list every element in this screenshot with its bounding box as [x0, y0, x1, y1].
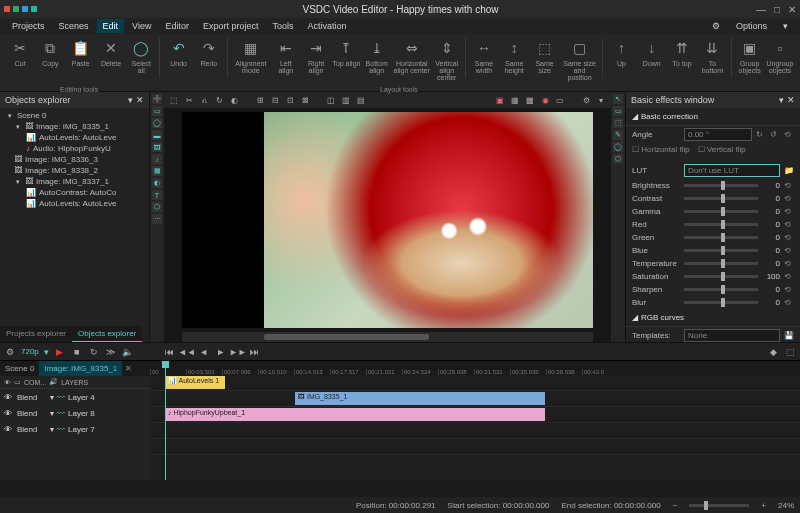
topbar-icon[interactable]: ⊠	[299, 94, 311, 106]
tree-item[interactable]: 📊AutoLevels: AutoLeve	[2, 132, 147, 143]
stop-button[interactable]: ■	[71, 346, 83, 358]
bottom-align-button[interactable]: ⤓Bottom align	[363, 38, 391, 74]
hcenter-align-button[interactable]: ⇔Horizontal align center	[393, 38, 431, 74]
tree-scene[interactable]: ▾Scene 0	[2, 110, 147, 121]
menu-view[interactable]: View	[126, 19, 157, 33]
top-align-button[interactable]: ⤒Top align	[332, 38, 360, 67]
clip-audio[interactable]: ♪ HiphopFunkyUpbeat_1	[165, 408, 545, 421]
lut-select[interactable]: Don't use LUT	[684, 164, 780, 177]
menu-edit[interactable]: Edit	[97, 19, 125, 33]
vcenter-align-button[interactable]: ⇕Vertical align center	[433, 38, 461, 81]
chevron-down-icon[interactable]: ▾	[50, 425, 54, 434]
topbar-icon[interactable]: ◐	[228, 94, 240, 106]
templates-select[interactable]: None	[684, 329, 780, 342]
step-fwd-button[interactable]: ►	[215, 346, 227, 358]
chevron-down-icon[interactable]: ▾	[50, 393, 54, 402]
collapse-icon[interactable]: ◢	[632, 313, 638, 322]
marker-button[interactable]: ◆	[767, 346, 779, 358]
resolution-select[interactable]: 720p	[21, 347, 39, 356]
rotate-cw-icon[interactable]: ↻	[756, 130, 766, 139]
topbar-icon[interactable]: ◫	[325, 94, 337, 106]
reset-icon[interactable]: ⟲	[784, 220, 794, 229]
menu-export[interactable]: Export project	[197, 19, 265, 33]
play-button[interactable]: ▶	[54, 346, 66, 358]
down-button[interactable]: ↓Down	[638, 38, 666, 67]
tool-icon[interactable]: 🖼	[152, 142, 162, 152]
preview-scrollbar[interactable]	[182, 332, 593, 342]
param-slider[interactable]	[684, 210, 758, 213]
tree-item[interactable]: 🖼Image: IMG_8336_3	[2, 154, 147, 165]
marker-button[interactable]: ⬚	[784, 346, 796, 358]
topbar-icon[interactable]: ▣	[494, 94, 506, 106]
tool-icon[interactable]: ▬	[152, 130, 162, 140]
close-tab-icon[interactable]: ✕	[122, 361, 135, 376]
topbar-icon[interactable]: ⎌	[198, 94, 210, 106]
goto-start-button[interactable]: ⏮	[164, 346, 176, 358]
tool-icon[interactable]: ➕	[152, 94, 162, 104]
param-slider[interactable]	[684, 197, 758, 200]
prev-frame-button[interactable]: ◄◄	[181, 346, 193, 358]
close-button[interactable]: ✕	[788, 4, 796, 15]
clip-autolevels[interactable]: 📊 AutoLevels 1	[165, 376, 225, 389]
tool-icon[interactable]: ⋯	[152, 214, 162, 224]
same-width-button[interactable]: ↔Same width	[470, 38, 498, 74]
topbar-icon[interactable]: ▦	[509, 94, 521, 106]
save-template-icon[interactable]: 💾	[784, 331, 794, 340]
panel-dropdown-icon[interactable]: ▾ ✕	[128, 95, 144, 105]
maximize-button[interactable]: □	[774, 4, 780, 15]
goto-end-button[interactable]: ⏭	[249, 346, 261, 358]
angle-input[interactable]: 0.00 °	[684, 128, 752, 141]
param-slider[interactable]	[684, 249, 758, 252]
layer-row[interactable]: 👁Blend▾〰Layer 8	[0, 405, 150, 421]
layer-row[interactable]: 👁Blend▾〰Layer 7	[0, 421, 150, 437]
menu-scenes[interactable]: Scenes	[53, 19, 95, 33]
folder-icon[interactable]: 📁	[784, 166, 794, 175]
blend-mode[interactable]: Blend	[17, 393, 47, 402]
tab-projects-explorer[interactable]: Projects explorer	[0, 326, 72, 342]
paste-button[interactable]: 📋Paste	[67, 38, 95, 67]
group-button[interactable]: ▣Group objects	[735, 38, 763, 74]
topbar-icon[interactable]: ↻	[213, 94, 225, 106]
loop-button[interactable]: ↻	[88, 346, 100, 358]
eye-icon[interactable]: 👁	[4, 393, 14, 402]
reset-icon[interactable]: ⟲	[784, 207, 794, 216]
param-slider[interactable]	[684, 262, 758, 265]
eye-icon[interactable]: 👁	[4, 409, 14, 418]
zoom-out-icon[interactable]: −	[673, 501, 678, 510]
tool-icon[interactable]: ▦	[152, 166, 162, 176]
tool-icon[interactable]: ▭	[152, 106, 162, 116]
gear-icon[interactable]: ⚙	[4, 346, 16, 358]
tool-icon[interactable]: ⬡	[152, 202, 162, 212]
tool-icon[interactable]: ▭	[613, 106, 623, 116]
tree-item[interactable]: ▾🖼Image: IMG_8335_1	[2, 121, 147, 132]
minimize-button[interactable]: —	[756, 4, 766, 15]
tree-item[interactable]: 🖼Image: IMG_8338_2	[2, 165, 147, 176]
settings-icon[interactable]: ⚙	[706, 19, 726, 33]
collapse-icon[interactable]: ◢	[632, 112, 638, 121]
same-height-button[interactable]: ↕Same height	[500, 38, 528, 74]
vflip-checkbox[interactable]: ☐ Vertical flip	[698, 145, 746, 154]
same-sizepos-button[interactable]: ▢Same size and position	[561, 38, 599, 81]
topbar-icon[interactable]: ▾	[595, 94, 607, 106]
tool-icon[interactable]: ◯	[152, 118, 162, 128]
video-preview[interactable]	[182, 112, 593, 328]
menu-activation[interactable]: Activation	[301, 19, 352, 33]
ungroup-button[interactable]: ▫Ungroup objects	[766, 38, 794, 74]
tool-icon[interactable]: ⬡	[613, 154, 623, 164]
chevron-down-icon[interactable]: ▾	[50, 409, 54, 418]
right-align-button[interactable]: ⇥Right align	[302, 38, 330, 74]
redo-button[interactable]: ↷Redo	[195, 38, 223, 67]
param-slider[interactable]	[684, 236, 758, 239]
tab-objects-explorer[interactable]: Objects explorer	[72, 326, 142, 342]
topbar-icon[interactable]: ⊟	[269, 94, 281, 106]
zoom-slider[interactable]	[689, 504, 749, 507]
topbar-icon[interactable]: ◉	[539, 94, 551, 106]
reset-icon[interactable]: ⟲	[784, 259, 794, 268]
blend-mode[interactable]: Blend	[17, 425, 47, 434]
tree-item[interactable]: 📊AutoContrast: AutoCo	[2, 187, 147, 198]
same-size-button[interactable]: ⬚Same size	[530, 38, 558, 74]
delete-button[interactable]: ✕Delete	[97, 38, 125, 67]
topbar-icon[interactable]: ✂	[183, 94, 195, 106]
param-slider[interactable]	[684, 288, 758, 291]
layer-row[interactable]: 👁Blend▾〰Layer 4	[0, 389, 150, 405]
